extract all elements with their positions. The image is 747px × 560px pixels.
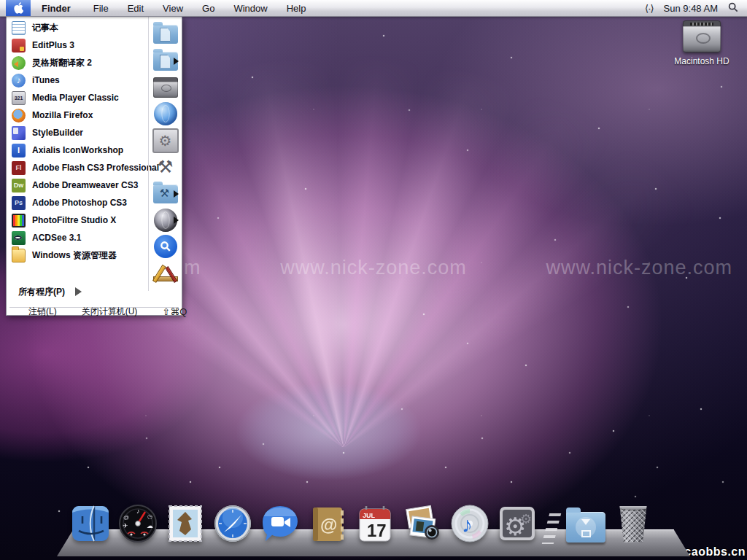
dock: ♪ @ ◷ ☁ ✈: [70, 503, 677, 544]
hard-drive-side-icon[interactable]: [152, 75, 179, 100]
apple-logo-icon: [14, 2, 23, 14]
lingoes-icon: [12, 56, 26, 70]
svg-text:♪: ♪: [136, 508, 140, 515]
itunes-icon: ♪: [12, 74, 26, 88]
start-menu-list: 记事本 EditPlus 3 灵格斯翻译家 2 ♪iTunes 321Media…: [7, 19, 150, 264]
svg-text:☁: ☁: [147, 522, 153, 529]
menubar-item-finder[interactable]: Finder: [31, 0, 84, 16]
svg-text:17: 17: [367, 521, 387, 540]
menu-item-lingoes[interactable]: 灵格斯翻译家 2: [7, 54, 150, 71]
media-player-classic-icon: 321: [12, 91, 26, 105]
submenu-arrow-icon: [174, 190, 182, 198]
hard-drive-icon: [683, 20, 721, 52]
system-preferences-side-icon[interactable]: ⚙: [152, 128, 179, 153]
menu-footer: 注销(L) 关闭计算机(U) ⇧⌘Q: [7, 308, 182, 315]
menubar-clock[interactable]: Sun 9:48 AM: [664, 3, 718, 14]
submenu-arrow-icon: [75, 287, 82, 296]
utilities-caliper-icon[interactable]: ⚒: [152, 155, 179, 179]
dock-iphoto-icon[interactable]: [402, 503, 443, 544]
editplus-icon: [12, 39, 26, 52]
svg-text:♪: ♪: [462, 513, 473, 537]
dock-trash-icon[interactable]: [613, 503, 654, 544]
dock-ical-icon[interactable]: JUL 17: [355, 503, 395, 544]
svg-text:◷: ◷: [147, 513, 152, 520]
dock-separator: [542, 513, 561, 544]
spotlight-side-icon[interactable]: [152, 234, 179, 259]
menu-item-flash[interactable]: FlAdobe Flash CS3 Professional: [7, 159, 150, 176]
menu-item-stylebuilder[interactable]: StyleBuilder: [7, 124, 150, 141]
menu-item-acdsee[interactable]: ACDSee 3.1: [7, 229, 150, 246]
dark-globe-icon[interactable]: [152, 208, 179, 233]
dock-dashboard-icon[interactable]: ♪ @ ◷ ☁ ✈: [117, 503, 158, 544]
menu-item-axialis[interactable]: IAxialis IconWorkshop: [7, 141, 150, 159]
spotlight-menu-icon[interactable]: [728, 2, 738, 15]
apple-start-menu: 记事本 EditPlus 3 灵格斯翻译家 2 ♪iTunes 321Media…: [6, 16, 182, 316]
log-off-item[interactable]: 注销(L): [28, 306, 57, 318]
stylebuilder-icon: [12, 126, 26, 140]
dock-itunes-icon[interactable]: ♪: [449, 503, 490, 544]
menu-item-media-player-classic[interactable]: 321Media Player Classic: [7, 89, 150, 106]
flash-icon: Fl: [12, 161, 26, 175]
svg-text:@: @: [123, 514, 129, 521]
documents-folder-icon[interactable]: [152, 22, 179, 47]
photofiltre-icon: [12, 214, 26, 228]
dock-mail-icon[interactable]: [165, 503, 206, 544]
menu-item-notepad[interactable]: 记事本: [7, 19, 150, 36]
dreamweaver-icon: Dw: [12, 179, 26, 192]
menu-item-photoshop[interactable]: PsAdobe Photoshop CS3: [7, 194, 150, 211]
submenu-arrow-icon: [174, 58, 182, 65]
acdsee-icon: [12, 231, 26, 245]
menubar-item-help[interactable]: Help: [277, 0, 316, 16]
dock-downloads-icon[interactable]: [565, 503, 606, 544]
dock-safari-icon[interactable]: [212, 503, 253, 544]
apple-menu-button[interactable]: [6, 0, 31, 16]
volume-label: Macintosh HD: [674, 56, 729, 66]
side-icon-column: ⚙ ⚒ ⚒: [148, 17, 182, 291]
shut-down-item[interactable]: 关闭计算机(U): [82, 306, 138, 318]
dock-finder-icon[interactable]: [70, 503, 111, 544]
axialis-icon: I: [12, 144, 26, 158]
menu-item-firefox[interactable]: Mozilla Firefox: [7, 106, 150, 124]
svg-text:⚙: ⚙: [520, 512, 532, 526]
menubar-item-edit[interactable]: Edit: [118, 0, 153, 16]
notepad-icon: [12, 21, 26, 35]
menu-item-itunes[interactable]: ♪iTunes: [7, 71, 150, 89]
photoshop-icon: Ps: [12, 196, 26, 210]
dock-ichat-icon[interactable]: [260, 503, 301, 544]
menubar-item-view[interactable]: View: [153, 0, 193, 16]
menu-item-photofiltre[interactable]: PhotoFiltre Studio X: [7, 211, 150, 229]
input-menu-icon[interactable]: ⟨·⟩: [645, 3, 653, 14]
firefox-icon: [12, 109, 26, 122]
menubar-item-window[interactable]: Window: [224, 0, 276, 16]
dock-system-preferences-icon[interactable]: ⚙ ⚙: [497, 503, 538, 544]
network-globe-icon[interactable]: [152, 101, 179, 126]
menu-item-editplus[interactable]: EditPlus 3: [7, 36, 150, 54]
windows-explorer-icon: [12, 249, 26, 262]
shutdown-shortcut: ⇧⌘Q: [162, 306, 187, 317]
developer-folder-icon[interactable]: ⚒: [152, 182, 179, 206]
macintosh-hd-desktop-icon[interactable]: Macintosh HD: [668, 20, 735, 66]
all-programs-item[interactable]: 所有程序(P): [7, 282, 150, 301]
svg-text:@: @: [320, 515, 337, 534]
menubar-item-file[interactable]: File: [84, 0, 118, 16]
svg-text:JUL: JUL: [363, 512, 376, 519]
submenu-arrow-icon: [174, 217, 182, 224]
menu-item-windows-explorer[interactable]: Windows 资源管理器: [7, 246, 150, 264]
applications-icon[interactable]: [152, 261, 179, 286]
desktop: www.nick-zone.com www.nick-zone.com www.…: [0, 0, 747, 560]
documents-folder-submenu-icon[interactable]: [152, 49, 179, 74]
menubar-item-go[interactable]: Go: [193, 0, 224, 16]
menu-bar: Finder File Edit View Go Window Help ⟨·⟩…: [0, 0, 747, 17]
dock-addressbook-icon[interactable]: @: [307, 503, 348, 544]
menu-item-dreamweaver[interactable]: DwAdobe Dreamweaver CS3: [7, 176, 150, 194]
svg-text:✈: ✈: [123, 522, 128, 529]
